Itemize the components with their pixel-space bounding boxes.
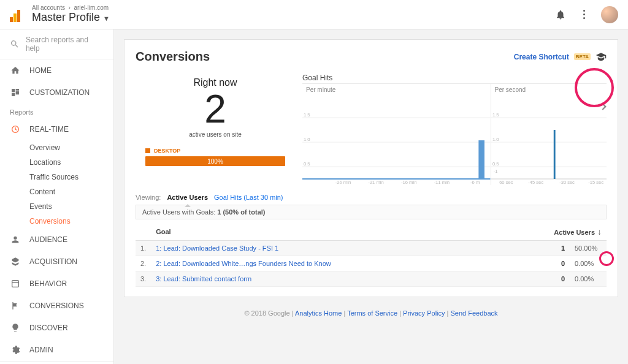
nav-behavior[interactable]: BEHAVIOR (0, 273, 113, 295)
viewing-label: Viewing: (136, 194, 161, 201)
person-icon (10, 234, 21, 245)
sidebar-collapse[interactable]: ‹ (0, 361, 113, 364)
nav-audience[interactable]: AUDIENCE (0, 229, 113, 251)
svg-text:-26 min: -26 min (335, 180, 351, 185)
svg-text:1.5: 1.5 (492, 112, 498, 118)
more-menu-icon[interactable] (578, 9, 590, 21)
active-users-block: Right now 2 active users on site DESKTOP… (136, 74, 295, 185)
ga-logo-icon (10, 7, 25, 22)
nav-customization[interactable]: CUSTOMIZATION (0, 82, 113, 104)
caret-down-icon: ▼ (101, 15, 110, 22)
svg-text:-16 min: -16 min (401, 180, 417, 185)
svg-text:0.5: 0.5 (304, 161, 310, 167)
reports-label: Reports (0, 104, 113, 118)
search-input[interactable]: Search reports and help (0, 29, 113, 59)
per-second-chart: 1.5 1.0 0.5 - -1 60 sec -45 sec -30 sec (491, 99, 607, 185)
svg-text:-21 min: -21 min (368, 180, 384, 185)
svg-text:60 sec: 60 sec (499, 180, 513, 185)
page-footer: © 2018 Google | Analytics Home | Terms o… (124, 297, 618, 317)
rt-content[interactable]: Content (0, 184, 113, 199)
svg-text:-30 sec: -30 sec (559, 180, 575, 185)
goals-table: Goal Active Users↓ 1. 1: Lead: Downloade… (136, 223, 607, 287)
active-users-count: 2 (143, 89, 288, 129)
svg-rect-9 (478, 140, 484, 179)
rt-locations[interactable]: Locations (0, 155, 113, 170)
education-icon[interactable] (595, 51, 607, 63)
per-minute-label: Per minute (302, 84, 491, 96)
svg-text:-6 m: -6 m (470, 180, 480, 185)
svg-text:1.5: 1.5 (304, 112, 310, 118)
nav-home[interactable]: HOME (0, 59, 113, 82)
customization-icon (10, 87, 21, 98)
rt-conversions[interactable]: Conversions (0, 214, 113, 229)
nav-acquisition[interactable]: ACQUISITION (0, 251, 113, 273)
col-goal[interactable]: Goal (151, 223, 539, 241)
device-percentage-bar: 100% (145, 156, 285, 166)
goal-link[interactable]: 3: Lead: Submitted contact form (156, 275, 251, 282)
svg-text:-1: -1 (493, 169, 497, 174)
footer-terms[interactable]: Terms of Service (347, 309, 397, 317)
svg-rect-1 (12, 281, 19, 287)
per-second-label: Per second (491, 84, 607, 96)
goal-link[interactable]: 1: Lead: Downloaded Case Study - FSI 1 (156, 245, 278, 252)
tab-goal-hits[interactable]: Goal Hits (Last 30 min) (214, 194, 283, 201)
acquisition-icon (10, 256, 21, 267)
tab-active-users[interactable]: Active Users (167, 194, 208, 201)
main-content: Conversions Create Shortcut BETA Right n… (114, 29, 628, 364)
table-row: 2. 2: Lead: Downloaded White…ngs Founder… (136, 256, 607, 271)
flag-icon (10, 300, 21, 311)
create-shortcut-link[interactable]: Create Shortcut (514, 53, 569, 61)
rt-traffic-sources[interactable]: Traffic Sources (0, 170, 113, 184)
user-avatar[interactable] (601, 6, 618, 23)
active-users-label: active users on site (143, 131, 288, 138)
rt-overview[interactable]: Overview (0, 140, 113, 155)
profile-selector[interactable]: Master Profile ▼ (32, 11, 554, 25)
table-row: 1. 1: Lead: Downloaded Case Study - FSI … (136, 241, 607, 256)
sort-descending-icon: ↓ (597, 227, 602, 237)
sidebar: Search reports and help HOME CUSTOMIZATI… (0, 29, 114, 364)
footer-feedback[interactable]: Send Feedback (451, 309, 498, 317)
viewing-tabs: Viewing: Active Users Goal Hits (Last 30… (136, 188, 607, 201)
breadcrumb-accounts[interactable]: All accounts (32, 4, 65, 11)
goal-link[interactable]: 2: Lead: Downloaded White…ngs Founders N… (156, 260, 331, 267)
footer-privacy[interactable]: Privacy Policy (403, 309, 445, 317)
notifications-icon[interactable] (554, 9, 567, 21)
device-color-chip (145, 148, 150, 153)
home-icon (10, 65, 21, 76)
per-minute-chart: 1.5 1.0 0.5 -26 min -21 min -16 min -11 … (302, 99, 491, 185)
svg-text:1.0: 1.0 (304, 137, 310, 142)
table-row: 3. 3: Lead: Submitted contact form 0 0.0… (136, 271, 607, 287)
svg-text:-11 min: -11 min (434, 180, 450, 185)
col-active-users[interactable]: Active Users↓ (539, 223, 607, 241)
device-name: DESKTOP (154, 148, 180, 154)
gear-icon (10, 344, 21, 355)
svg-text:0.5: 0.5 (492, 161, 498, 167)
svg-rect-22 (553, 130, 555, 179)
footer-analytics-home[interactable]: Analytics Home (295, 309, 342, 317)
nav-discover[interactable]: DISCOVER (0, 317, 113, 339)
svg-text:-45 sec: -45 sec (528, 180, 543, 185)
nav-admin[interactable]: ADMIN (0, 339, 113, 361)
clock-icon (10, 124, 21, 135)
search-icon (10, 39, 20, 49)
charts-title: Goal Hits (302, 74, 607, 82)
app-header: All accounts › ariel-lim.com Master Prof… (0, 0, 628, 29)
goal-hits-charts: Goal Hits Per minute 1.5 1.0 0.5 (295, 74, 607, 185)
nav-realtime[interactable]: REAL-TIME (0, 118, 113, 140)
bulb-icon (10, 322, 21, 333)
rt-events[interactable]: Events (0, 199, 113, 214)
svg-text:-15 sec: -15 sec (588, 180, 603, 185)
breadcrumb: All accounts › ariel-lim.com Master Prof… (32, 4, 554, 25)
breadcrumb-property[interactable]: ariel-lim.com (74, 4, 109, 11)
filter-summary: Active Users with Goals: 1 (50% of total… (136, 205, 607, 219)
svg-text:1.0: 1.0 (492, 137, 499, 142)
search-placeholder: Search reports and help (26, 36, 104, 53)
behavior-icon (10, 278, 21, 289)
beta-badge: BETA (574, 53, 591, 60)
report-card: Conversions Create Shortcut BETA Right n… (124, 39, 618, 297)
nav-conversions[interactable]: CONVERSIONS (0, 295, 113, 317)
page-title: Conversions (136, 50, 210, 64)
